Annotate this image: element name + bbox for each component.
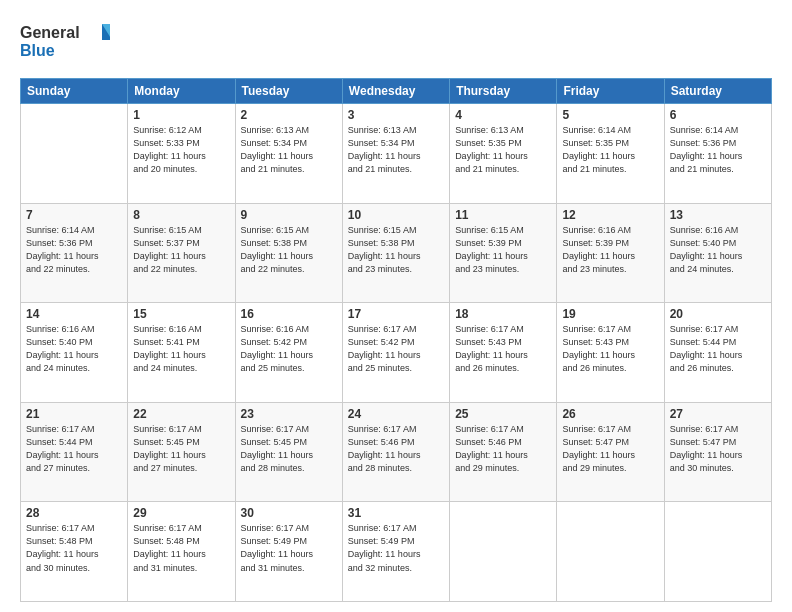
day-number: 7	[26, 208, 122, 222]
logo-svg: General Blue	[20, 18, 110, 68]
calendar-day: 7Sunrise: 6:14 AMSunset: 5:36 PMDaylight…	[21, 203, 128, 303]
day-number: 10	[348, 208, 444, 222]
page: General Blue SundayMondayTuesdayWednesda…	[0, 0, 792, 612]
calendar-day: 8Sunrise: 6:15 AMSunset: 5:37 PMDaylight…	[128, 203, 235, 303]
day-number: 29	[133, 506, 229, 520]
day-info: Sunrise: 6:16 AMSunset: 5:39 PMDaylight:…	[562, 224, 658, 276]
day-info: Sunrise: 6:17 AMSunset: 5:43 PMDaylight:…	[455, 323, 551, 375]
calendar-day: 21Sunrise: 6:17 AMSunset: 5:44 PMDayligh…	[21, 402, 128, 502]
calendar-day: 23Sunrise: 6:17 AMSunset: 5:45 PMDayligh…	[235, 402, 342, 502]
calendar-day: 4Sunrise: 6:13 AMSunset: 5:35 PMDaylight…	[450, 104, 557, 204]
calendar-day: 19Sunrise: 6:17 AMSunset: 5:43 PMDayligh…	[557, 303, 664, 403]
svg-text:Blue: Blue	[20, 42, 55, 59]
header: General Blue	[20, 18, 772, 68]
day-number: 3	[348, 108, 444, 122]
calendar-day: 5Sunrise: 6:14 AMSunset: 5:35 PMDaylight…	[557, 104, 664, 204]
day-info: Sunrise: 6:17 AMSunset: 5:44 PMDaylight:…	[670, 323, 766, 375]
calendar-day: 28Sunrise: 6:17 AMSunset: 5:48 PMDayligh…	[21, 502, 128, 602]
calendar-day: 6Sunrise: 6:14 AMSunset: 5:36 PMDaylight…	[664, 104, 771, 204]
day-number: 22	[133, 407, 229, 421]
day-info: Sunrise: 6:16 AMSunset: 5:42 PMDaylight:…	[241, 323, 337, 375]
empty-day	[557, 502, 664, 602]
day-info: Sunrise: 6:17 AMSunset: 5:48 PMDaylight:…	[133, 522, 229, 574]
day-info: Sunrise: 6:15 AMSunset: 5:37 PMDaylight:…	[133, 224, 229, 276]
day-header: Thursday	[450, 79, 557, 104]
day-number: 5	[562, 108, 658, 122]
day-info: Sunrise: 6:15 AMSunset: 5:39 PMDaylight:…	[455, 224, 551, 276]
calendar-day: 31Sunrise: 6:17 AMSunset: 5:49 PMDayligh…	[342, 502, 449, 602]
calendar-day: 9Sunrise: 6:15 AMSunset: 5:38 PMDaylight…	[235, 203, 342, 303]
day-number: 25	[455, 407, 551, 421]
day-info: Sunrise: 6:15 AMSunset: 5:38 PMDaylight:…	[348, 224, 444, 276]
empty-day	[450, 502, 557, 602]
day-info: Sunrise: 6:17 AMSunset: 5:47 PMDaylight:…	[562, 423, 658, 475]
calendar-day: 27Sunrise: 6:17 AMSunset: 5:47 PMDayligh…	[664, 402, 771, 502]
day-info: Sunrise: 6:14 AMSunset: 5:36 PMDaylight:…	[26, 224, 122, 276]
day-info: Sunrise: 6:16 AMSunset: 5:41 PMDaylight:…	[133, 323, 229, 375]
day-info: Sunrise: 6:17 AMSunset: 5:46 PMDaylight:…	[348, 423, 444, 475]
calendar-day: 24Sunrise: 6:17 AMSunset: 5:46 PMDayligh…	[342, 402, 449, 502]
day-number: 2	[241, 108, 337, 122]
day-number: 21	[26, 407, 122, 421]
empty-day	[21, 104, 128, 204]
day-info: Sunrise: 6:14 AMSunset: 5:35 PMDaylight:…	[562, 124, 658, 176]
day-number: 13	[670, 208, 766, 222]
calendar-day: 18Sunrise: 6:17 AMSunset: 5:43 PMDayligh…	[450, 303, 557, 403]
day-number: 17	[348, 307, 444, 321]
day-info: Sunrise: 6:17 AMSunset: 5:42 PMDaylight:…	[348, 323, 444, 375]
day-info: Sunrise: 6:15 AMSunset: 5:38 PMDaylight:…	[241, 224, 337, 276]
day-info: Sunrise: 6:16 AMSunset: 5:40 PMDaylight:…	[26, 323, 122, 375]
day-header: Sunday	[21, 79, 128, 104]
day-header: Friday	[557, 79, 664, 104]
day-number: 31	[348, 506, 444, 520]
calendar-day: 29Sunrise: 6:17 AMSunset: 5:48 PMDayligh…	[128, 502, 235, 602]
day-header: Tuesday	[235, 79, 342, 104]
day-info: Sunrise: 6:17 AMSunset: 5:47 PMDaylight:…	[670, 423, 766, 475]
day-number: 12	[562, 208, 658, 222]
day-info: Sunrise: 6:13 AMSunset: 5:34 PMDaylight:…	[348, 124, 444, 176]
day-info: Sunrise: 6:17 AMSunset: 5:43 PMDaylight:…	[562, 323, 658, 375]
day-number: 27	[670, 407, 766, 421]
day-number: 1	[133, 108, 229, 122]
day-info: Sunrise: 6:17 AMSunset: 5:48 PMDaylight:…	[26, 522, 122, 574]
day-number: 28	[26, 506, 122, 520]
calendar-day: 12Sunrise: 6:16 AMSunset: 5:39 PMDayligh…	[557, 203, 664, 303]
calendar-day: 3Sunrise: 6:13 AMSunset: 5:34 PMDaylight…	[342, 104, 449, 204]
day-number: 14	[26, 307, 122, 321]
day-header: Monday	[128, 79, 235, 104]
day-number: 6	[670, 108, 766, 122]
day-number: 11	[455, 208, 551, 222]
day-number: 20	[670, 307, 766, 321]
svg-text:General: General	[20, 24, 80, 41]
calendar-day: 10Sunrise: 6:15 AMSunset: 5:38 PMDayligh…	[342, 203, 449, 303]
day-info: Sunrise: 6:17 AMSunset: 5:45 PMDaylight:…	[133, 423, 229, 475]
calendar-day: 16Sunrise: 6:16 AMSunset: 5:42 PMDayligh…	[235, 303, 342, 403]
day-number: 16	[241, 307, 337, 321]
day-number: 23	[241, 407, 337, 421]
day-header: Wednesday	[342, 79, 449, 104]
calendar-table: SundayMondayTuesdayWednesdayThursdayFrid…	[20, 78, 772, 602]
day-info: Sunrise: 6:16 AMSunset: 5:40 PMDaylight:…	[670, 224, 766, 276]
day-number: 24	[348, 407, 444, 421]
calendar-day: 11Sunrise: 6:15 AMSunset: 5:39 PMDayligh…	[450, 203, 557, 303]
day-info: Sunrise: 6:17 AMSunset: 5:44 PMDaylight:…	[26, 423, 122, 475]
calendar-day: 26Sunrise: 6:17 AMSunset: 5:47 PMDayligh…	[557, 402, 664, 502]
day-info: Sunrise: 6:17 AMSunset: 5:46 PMDaylight:…	[455, 423, 551, 475]
calendar-day: 1Sunrise: 6:12 AMSunset: 5:33 PMDaylight…	[128, 104, 235, 204]
calendar-day: 2Sunrise: 6:13 AMSunset: 5:34 PMDaylight…	[235, 104, 342, 204]
calendar-day: 13Sunrise: 6:16 AMSunset: 5:40 PMDayligh…	[664, 203, 771, 303]
calendar-day: 20Sunrise: 6:17 AMSunset: 5:44 PMDayligh…	[664, 303, 771, 403]
calendar-day: 25Sunrise: 6:17 AMSunset: 5:46 PMDayligh…	[450, 402, 557, 502]
day-info: Sunrise: 6:12 AMSunset: 5:33 PMDaylight:…	[133, 124, 229, 176]
day-number: 8	[133, 208, 229, 222]
day-number: 9	[241, 208, 337, 222]
day-info: Sunrise: 6:17 AMSunset: 5:45 PMDaylight:…	[241, 423, 337, 475]
day-number: 4	[455, 108, 551, 122]
day-header: Saturday	[664, 79, 771, 104]
day-number: 18	[455, 307, 551, 321]
calendar-day: 17Sunrise: 6:17 AMSunset: 5:42 PMDayligh…	[342, 303, 449, 403]
day-info: Sunrise: 6:14 AMSunset: 5:36 PMDaylight:…	[670, 124, 766, 176]
empty-day	[664, 502, 771, 602]
day-info: Sunrise: 6:17 AMSunset: 5:49 PMDaylight:…	[348, 522, 444, 574]
day-number: 19	[562, 307, 658, 321]
